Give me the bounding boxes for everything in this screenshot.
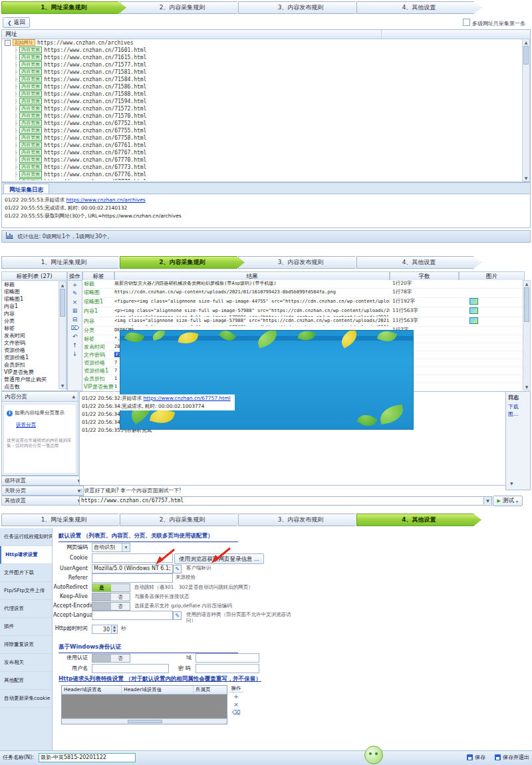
tab-2[interactable]: 2、内容采集规则 — [120, 514, 245, 526]
pagination-setup-link[interactable]: 设置分页 — [16, 422, 36, 428]
tag-list-item[interactable]: 资源价格 — [2, 347, 66, 354]
settings-sidebar-item[interactable]: 文件图片下载 — [0, 564, 52, 582]
timeout-spinner[interactable]: 30▲▼ — [92, 625, 118, 634]
result-row[interactable]: 缩略图https://cdn.cnzhan.cn/wp-content/uplo… — [82, 289, 523, 298]
settings-sidebar-item[interactable]: 自动更新采集cookie — [0, 690, 52, 708]
encoding-select[interactable]: 自动识别▾ — [92, 543, 130, 552]
save-exit-button[interactable]: 保存并退出 — [495, 754, 529, 761]
task-name-input[interactable]: 最新-中英5815-20201122 — [39, 753, 136, 762]
url-dropdown-arrow[interactable]: ▼ — [483, 497, 491, 504]
remove-icon[interactable]: ⌦ — [68, 324, 82, 333]
tree-url-row[interactable]: ├内容页面https://www.cnzhan.cn/71586.html — [5, 83, 522, 90]
tag-list-item[interactable]: 缩略图 — [2, 288, 66, 295]
use-auth-toggle[interactable]: 否 — [92, 654, 130, 663]
tag-list-item[interactable]: 内容1 — [2, 303, 66, 310]
move-down-icon[interactable]: ↓ — [68, 350, 82, 359]
mascot-icon[interactable] — [364, 746, 383, 764]
accordion-other[interactable]: 其他设置▼ — [1, 496, 84, 506]
tree-url-row[interactable]: ├内容页面https://www.cnzhan.cn/71577.html — [5, 61, 522, 69]
save-button[interactable]: 保存 — [467, 754, 485, 761]
table-add-icon[interactable]: + — [229, 692, 243, 700]
tag-list-item[interactable]: 资源价格1 — [2, 354, 66, 361]
domain-input[interactable] — [196, 653, 259, 663]
tree-url-row[interactable]: ├内容页面https://www.cnzhan.cn/71581.html — [5, 69, 522, 76]
accordion-related-pages[interactable]: 关联分页▼ — [1, 486, 84, 496]
move-up-icon[interactable]: ↑ — [68, 341, 82, 350]
tag-list-scrollbar[interactable]: ▲▼ — [59, 281, 66, 389]
tag-list-item[interactable]: 分类 — [2, 317, 66, 325]
edit-icon[interactable]: ✎ — [68, 289, 82, 298]
tab-3[interactable]: 3、内容发布规则 — [238, 1, 363, 14]
tab-3[interactable]: 3、内容发布规则 — [238, 514, 363, 526]
result-row[interactable]: 缩略图1<figure><img class="alignnone size-f… — [82, 298, 523, 307]
referer-input[interactable] — [92, 573, 173, 583]
settings-sidebar-item[interactable]: 其他配置 — [0, 672, 52, 690]
delete-icon[interactable]: × — [68, 298, 82, 307]
tree-root-row[interactable]: -起始网址https://www.cnzhan.cn/archives — [5, 39, 522, 47]
image-thumb-icon[interactable] — [469, 317, 478, 324]
tree-url-row[interactable]: ├内容页面https://www.cnzhan.cn/71615.html — [5, 54, 522, 61]
grid-scrollbar[interactable]: ▲▼ — [523, 280, 531, 390]
tag-list-item[interactable]: 内容 — [2, 310, 66, 317]
multi-url-checkbox[interactable] — [463, 19, 470, 26]
collapse-arrow-icon[interactable]: ▼ — [510, 481, 513, 486]
settings-sidebar-item[interactable]: Http请求设置 — [0, 546, 52, 564]
header-table-hscroll[interactable] — [62, 718, 227, 724]
tree-url-row[interactable]: ├内容页面https://www.cnzhan.cn/67776.html — [5, 171, 522, 178]
tree-url-row[interactable]: ├内容页面https://www.cnzhan.cn/67758.html — [5, 134, 522, 142]
settings-sidebar-item[interactable]: 排除重复设置 — [0, 636, 52, 654]
tag-list-item[interactable]: 会员折扣 — [2, 361, 66, 369]
result-row[interactable]: 标题最新营销型灭火器/消防器材机械设备类网站织梦模板(带Asp源码)(带手机版)… — [82, 280, 523, 289]
settings-sidebar-item[interactable]: 代理设置 — [0, 600, 52, 618]
accept-encoding-toggle[interactable]: 否 — [92, 602, 130, 611]
tree-url-row[interactable]: ├内容页面https://www.cnzhan.cn/67761.html — [5, 142, 522, 149]
undo-icon[interactable]: ↶ — [68, 333, 82, 341]
tag-list-item[interactable]: 普通用户禁止购买 — [2, 376, 66, 383]
settings-sidebar-item[interactable]: 插件 — [0, 618, 52, 636]
image-thumb-icon[interactable] — [469, 298, 478, 305]
test-url-input[interactable]: https://www.cnzhan.cn/67757.html — [79, 496, 492, 506]
pin-icon[interactable]: ▲ — [72, 392, 75, 401]
paste-icon[interactable]: ⊟ — [68, 315, 82, 324]
tree-url-row[interactable]: ├内容页面https://www.cnzhan.cn/67755.html — [5, 127, 522, 134]
tag-list-item[interactable]: 发表时间 — [2, 332, 66, 339]
settings-sidebar-item[interactable]: 任务运行线程规划时间 — [0, 528, 52, 546]
test-button[interactable]: ▶ 测试 ▾ — [493, 496, 523, 506]
settings-sidebar-item[interactable]: 发布相关 — [0, 654, 52, 672]
copy-icon[interactable]: ⊞ — [68, 307, 82, 315]
tree-url-row[interactable]: ├内容页面https://www.cnzhan.cn/71588.html — [5, 90, 522, 98]
settings-sidebar-item[interactable]: Ftp/SFtp文件上传 — [0, 582, 52, 600]
back-button[interactable]: ❮ 返回 — [3, 17, 30, 28]
log-link[interactable]: https://www.cnzhan.cn/67757.html — [144, 395, 231, 401]
accept-language-input[interactable] — [92, 611, 173, 620]
table-remove-icon[interactable]: ⌫ — [229, 708, 243, 716]
tab-4[interactable]: 4、其他设置 — [356, 514, 481, 526]
download-image-item[interactable]: 下载图... — [506, 401, 530, 420]
tab-1[interactable]: 1、网址采集规则 — [1, 514, 126, 526]
log-link[interactable]: https://www.cnzhan.cn/archives — [66, 197, 146, 203]
edit-icon[interactable]: ✎ — [173, 611, 182, 620]
image-thumb-icon[interactable] — [469, 307, 478, 314]
tree-url-row[interactable]: ├内容页面https://www.cnzhan.cn/67770.html — [5, 156, 522, 164]
accordion-loop[interactable]: 循环设置▼ — [1, 476, 84, 486]
tab-4[interactable]: 4、其他设置 — [356, 256, 481, 269]
tree-url-row[interactable]: ├内容页面https://www.cnzhan.cn/71584.html — [5, 76, 522, 83]
table-delete-icon[interactable]: × — [229, 700, 243, 708]
tag-list-item[interactable]: 点击数 — [2, 383, 66, 390]
tab-2[interactable]: 2、内容采集规则 — [120, 256, 245, 269]
tree-url-row[interactable]: ├内容页面https://www.cnzhan.cn/71594.html — [5, 98, 522, 105]
tab-3[interactable]: 3、内容发布规则 — [238, 256, 363, 269]
tab-2[interactable]: 2、内容采集规则 — [120, 1, 245, 14]
add-icon[interactable]: + — [68, 281, 82, 289]
keep-alive-toggle[interactable]: 否 — [92, 593, 130, 601]
tree-url-row[interactable]: ├内容页面https://www.cnzhan.cn/67752.html — [5, 120, 522, 127]
tree-url-row[interactable]: ├内容页面https://www.cnzhan.cn/71601.html — [5, 47, 522, 54]
tab-1[interactable]: 1、网址采集规则 — [1, 256, 126, 269]
tag-list-item[interactable]: 标题 — [2, 281, 66, 288]
result-row[interactable]: 内容1<p><img class="alignnone size-full wp… — [82, 307, 523, 317]
tree-url-row[interactable]: ├内容页面https://www.cnzhan.cn/71572.html — [5, 105, 522, 112]
tree-expander-icon[interactable]: - — [5, 40, 11, 46]
tag-list-item[interactable]: 标签 — [2, 325, 66, 332]
tree-url-row[interactable]: ├内容页面https://www.cnzhan.cn/71570.html — [5, 112, 522, 120]
tree-url-row[interactable]: ├内容页面https://www.cnzhan.cn/67779.html — [5, 178, 522, 180]
